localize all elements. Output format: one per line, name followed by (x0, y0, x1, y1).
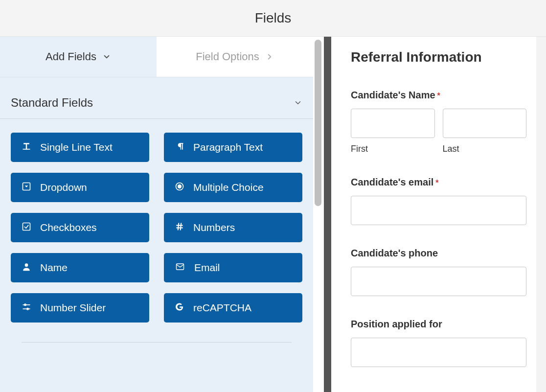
field-label: Multiple Choice (193, 182, 264, 193)
user-icon (22, 262, 31, 274)
field-dropdown[interactable]: Dropdown (11, 173, 149, 202)
field-label: Paragraph Text (193, 141, 263, 153)
panel-divider (324, 37, 331, 392)
field-recaptcha[interactable]: reCAPTCHA (164, 293, 302, 323)
field-label: Candidate's Name (351, 90, 435, 101)
envelope-icon (175, 262, 185, 274)
text-cursor-icon (22, 141, 31, 154)
field-label: Email (194, 262, 220, 274)
field-candidate-name[interactable]: Candidate's Name* First Last (351, 90, 526, 154)
position-input[interactable] (351, 338, 526, 367)
svg-line-7 (178, 223, 179, 230)
field-label: Single Line Text (40, 141, 113, 153)
field-label: Name (40, 262, 68, 274)
hash-icon (175, 222, 184, 234)
field-label: Candidate's email (351, 177, 433, 188)
required-marker: * (435, 179, 438, 187)
form-title: Referral Information (351, 49, 526, 65)
field-email[interactable]: Email (164, 253, 302, 282)
standard-fields-body: Single Line Text Paragraph Text Dropdown (0, 133, 313, 343)
chevron-right-icon (265, 52, 274, 61)
svg-point-14 (27, 308, 28, 309)
last-name-input[interactable] (443, 109, 527, 138)
content-area: Add Fields Field Options Standard Fields (0, 37, 546, 392)
page-title: Fields (255, 10, 292, 26)
email-input[interactable] (351, 196, 526, 225)
standard-fields-title: Standard Fields (11, 96, 93, 110)
phone-input[interactable] (351, 267, 526, 296)
sliders-icon (22, 302, 31, 314)
field-checkboxes[interactable]: Checkboxes (11, 213, 149, 242)
svg-line-8 (181, 223, 182, 230)
field-paragraph-text[interactable]: Paragraph Text (164, 133, 302, 162)
sub-label-last: Last (443, 144, 527, 154)
svg-rect-0 (23, 149, 30, 150)
field-label: Candidate's phone (351, 248, 438, 259)
field-label: Dropdown (40, 182, 87, 193)
tab-field-options[interactable]: Field Options (157, 37, 313, 77)
svg-rect-4 (23, 223, 30, 230)
checkbox-icon (22, 222, 31, 234)
field-label: Numbers (193, 222, 235, 233)
top-header: Fields (0, 0, 546, 37)
scrollbar-track (313, 37, 324, 392)
svg-point-3 (178, 184, 182, 188)
sub-label-first: First (351, 144, 435, 154)
section-divider (22, 342, 292, 343)
chevron-down-icon (294, 98, 302, 107)
scrollbar-thumb[interactable] (315, 40, 321, 206)
svg-point-9 (25, 263, 28, 267)
field-label: reCAPTCHA (193, 302, 251, 314)
dropdown-icon (22, 182, 31, 194)
field-candidate-email[interactable]: Candidate's email* (351, 177, 526, 225)
google-icon (175, 302, 184, 314)
chevron-down-icon (102, 52, 111, 61)
svg-point-12 (24, 304, 26, 305)
panel-tabs: Add Fields Field Options (0, 37, 313, 77)
field-numbers[interactable]: Numbers (164, 213, 302, 242)
field-multiple-choice[interactable]: Multiple Choice (164, 173, 302, 202)
tab-field-options-label: Field Options (196, 50, 259, 63)
field-label: Checkboxes (40, 222, 97, 233)
field-grid: Single Line Text Paragraph Text Dropdown (11, 133, 302, 323)
standard-fields-header[interactable]: Standard Fields (0, 77, 313, 119)
right-scrollbar[interactable] (536, 37, 546, 392)
field-position-applied[interactable]: Position applied for (351, 319, 526, 367)
required-marker: * (437, 92, 440, 100)
first-name-input[interactable] (351, 109, 435, 138)
tab-add-fields-label: Add Fields (46, 50, 96, 63)
field-picker-panel: Add Fields Field Options Standard Fields (0, 37, 313, 392)
left-scrollbar[interactable] (313, 37, 324, 392)
field-single-line-text[interactable]: Single Line Text (11, 133, 149, 162)
form-preview-panel: Referral Information Candidate's Name* F… (331, 37, 546, 392)
field-label: Number Slider (40, 302, 106, 314)
field-name[interactable]: Name (11, 253, 149, 282)
field-number-slider[interactable]: Number Slider (11, 293, 149, 323)
field-candidate-phone[interactable]: Candidate's phone (351, 248, 526, 296)
field-label: Position applied for (351, 319, 442, 330)
tab-add-fields[interactable]: Add Fields (0, 37, 157, 77)
paragraph-icon (175, 141, 184, 154)
radio-icon (175, 182, 184, 194)
